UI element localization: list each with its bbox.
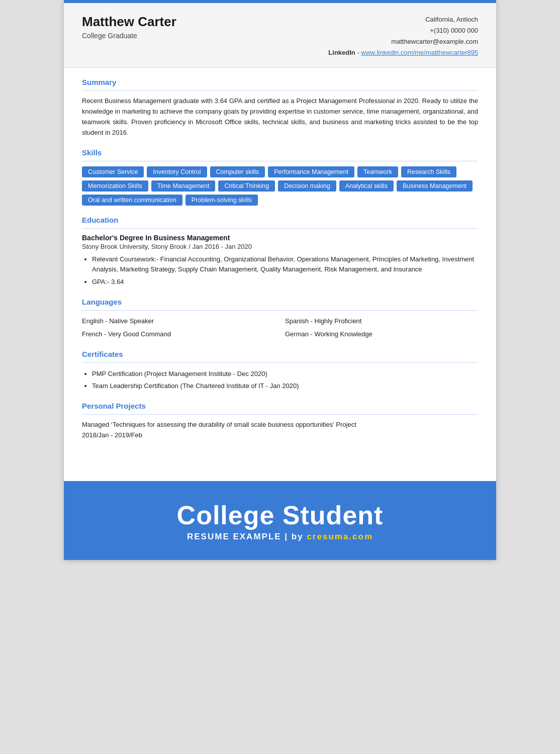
skills-divider — [82, 161, 478, 161]
skill-badge: Time Management — [151, 180, 216, 192]
edu-gpa: GPA:- 3.64 — [92, 277, 478, 288]
location: California, Antioch — [328, 14, 478, 25]
education-title: Education — [82, 216, 478, 225]
skill-badge: Memorization Skills — [82, 180, 148, 192]
candidate-title: College Graduate — [82, 32, 176, 40]
skill-badge: Business Management — [397, 180, 473, 192]
header-right: California, Antioch +(310) 0000 000 matt… — [328, 14, 478, 58]
language-item: Spanish ‐ Highly Proficient — [285, 316, 478, 327]
phone: +(310) 0000 000 — [328, 25, 478, 36]
summary-title: Summary — [82, 78, 478, 87]
projects-title: Personal Projects — [82, 402, 478, 411]
skill-badge: Critical Thinking — [218, 180, 275, 192]
certificates-divider — [82, 362, 478, 363]
summary-divider — [82, 90, 478, 91]
footer-brand: cresuma.com — [307, 532, 373, 541]
skill-badge: Analytical skills — [339, 180, 394, 192]
skills-section: Skills Customer ServiceInventory Control… — [82, 148, 478, 206]
skill-badge: Inventory Control — [147, 166, 207, 177]
project-description: Managed ‘Techniques for assessing the du… — [82, 421, 356, 428]
education-section: Education Bachelor's Degree In Business … — [82, 216, 478, 288]
language-item: English ‐ Native Speaker — [82, 316, 275, 327]
candidate-name: Matthew Carter — [82, 14, 176, 30]
skill-badge: Problem-solving skills — [185, 195, 258, 206]
linkedin-line: LinkedIn - www.linkedin.com/me/matthewca… — [328, 47, 478, 58]
certificates-section: Certificates PMP Certification (Project … — [82, 350, 478, 392]
resume-container: Matthew Carter College Graduate Californ… — [64, 0, 496, 560]
linkedin-separator: - — [355, 49, 361, 56]
project-text: Managed ‘Techniques for assessing the du… — [82, 420, 478, 441]
projects-section: Personal Projects Managed ‘Techniques fo… — [82, 402, 478, 441]
skill-badge: Teamwork — [357, 166, 398, 177]
footer-banner: College Student RESUME EXAMPLE | by cres… — [64, 481, 496, 560]
page-wrapper: Matthew Carter College Graduate Californ… — [0, 0, 560, 560]
summary-text: Recent Business Management graduate with… — [82, 96, 478, 138]
certificates-title: Certificates — [82, 350, 478, 359]
edu-coursework: Relevant Coursework:- Financial Accounti… — [92, 254, 478, 275]
skill-badge: Oral and written communication — [82, 195, 182, 206]
education-divider — [82, 228, 478, 229]
edu-school: Stony Brook University, Stony Brook / Ja… — [82, 243, 478, 250]
email: matthewcarter@example.com — [328, 36, 478, 47]
edu-degree: Bachelor's Degree In Business Management — [82, 234, 478, 242]
skill-badge: Decision making — [278, 180, 336, 192]
resume-header: Matthew Carter College Graduate Californ… — [64, 3, 496, 68]
languages-section: Languages English ‐ Native SpeakerSpanis… — [82, 298, 478, 340]
skill-badge: Customer Service — [82, 166, 144, 177]
linkedin-label: LinkedIn — [328, 49, 355, 56]
skills-title: Skills — [82, 148, 478, 158]
cert-item: PMP Certification (Project Management In… — [92, 368, 478, 380]
summary-section: Summary Recent Business Management gradu… — [82, 78, 478, 138]
skills-grid: Customer ServiceInventory ControlCompute… — [82, 166, 478, 206]
skill-badge: Performance Management — [268, 166, 354, 177]
project-date: 2018/Jan - 2019/Feb — [82, 431, 142, 439]
footer-sub-title: RESUME EXAMPLE | by cresuma.com — [74, 532, 486, 542]
cert-item: Team Leadership Certification (The Chart… — [92, 380, 478, 392]
main-content: Summary Recent Business Management gradu… — [64, 68, 496, 465]
linkedin-url[interactable]: www.linkedin.com/me/matthewcarter895 — [361, 49, 478, 56]
skill-badge: Computer skills — [210, 166, 265, 177]
language-item: German ‐ Working Knowledge — [285, 329, 478, 340]
skill-badge: Research Skills — [401, 166, 456, 177]
edu-list: Relevant Coursework:- Financial Accounti… — [82, 254, 478, 288]
header-left: Matthew Carter College Graduate — [82, 14, 176, 40]
projects-divider — [82, 414, 478, 415]
languages-divider — [82, 310, 478, 311]
footer-sub-line: RESUME EXAMPLE | by — [187, 532, 307, 541]
languages-title: Languages — [82, 298, 478, 307]
language-item: French ‐ Very Good Command — [82, 329, 275, 340]
footer-main-title: College Student — [74, 501, 486, 530]
languages-grid: English ‐ Native SpeakerSpanish ‐ Highly… — [82, 316, 478, 340]
cert-list: PMP Certification (Project Management In… — [82, 368, 478, 392]
